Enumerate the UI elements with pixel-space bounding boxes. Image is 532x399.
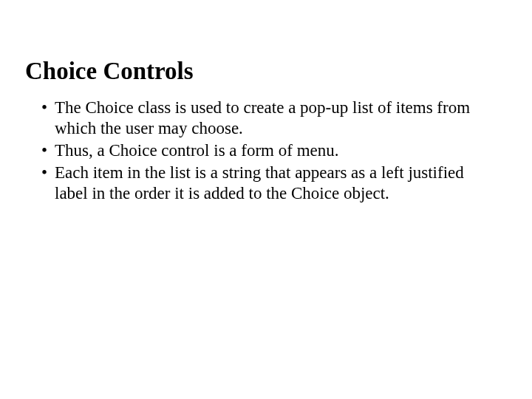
slide-title: Choice Controls xyxy=(25,58,502,84)
slide: Choice Controls The Choice class is used… xyxy=(0,0,532,399)
bullet-list: The Choice class is used to create a pop… xyxy=(25,98,502,204)
bullet-item: The Choice class is used to create a pop… xyxy=(41,98,495,139)
bullet-item: Thus, a Choice control is a form of menu… xyxy=(41,140,495,161)
bullet-item: Each item in the list is a string that a… xyxy=(41,163,495,204)
